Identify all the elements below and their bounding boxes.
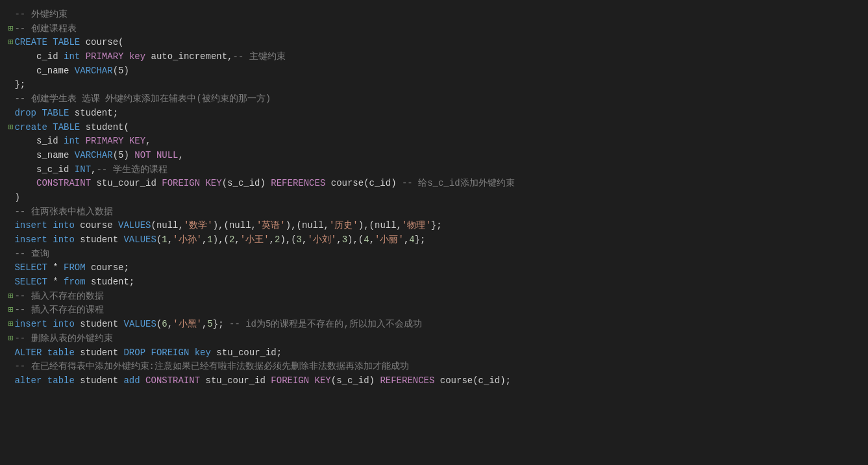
code-line: ⊞-- 插入不存在的课程 [8,303,860,318]
code-token: -- 创建学生表 选课 外键约束添加在辅表中(被约束的那一方) [14,92,271,107]
code-token [123,134,129,149]
fold-indicator[interactable]: ⊞ [8,22,13,36]
code-line: c_id int PRIMARY key auto_increment,-- 主… [8,50,860,64]
code-token: , [167,233,173,247]
code-token: table [47,346,75,360]
code-token: ( [156,318,162,332]
code-token: , [178,149,183,163]
code-token: }; [431,219,442,233]
code-token: student( [80,121,129,135]
code-token: VALUES [123,233,156,247]
code-line: s_id int PRIMARY KEY, [8,134,860,149]
fold-indicator [8,346,13,360]
code-token: alter [14,374,42,388]
code-token [47,318,53,332]
code-editor: -- 外键约束⊞-- 创建课程表⊞CREATE TABLE course( c_… [0,5,868,391]
code-line: ⊞-- 创建课程表 [8,22,860,36]
fold-indicator [8,261,13,275]
code-token: TABLE [53,36,80,50]
fold-indicator [8,205,13,220]
fold-indicator [8,134,13,149]
code-token: -- 删除从表的外键约束 [14,332,112,346]
code-token [42,374,47,388]
code-token: create [14,121,47,135]
code-token: (s_c_id) [222,177,271,191]
code-token: 4 [409,233,414,247]
code-token: student; [86,275,135,290]
code-token: , [145,134,151,149]
code-token: add [123,374,140,388]
code-token: s_id [14,134,64,149]
fold-indicator [8,247,13,262]
code-line: CONSTRAINT stu_cour_id FOREIGN KEY(s_c_i… [8,177,860,191]
fold-indicator [8,191,13,205]
code-token: (s_c_id) [331,374,380,388]
code-line: SELECT * from student; [8,275,860,290]
code-line: SELECT * FROM course; [8,261,860,275]
code-token: student [75,318,124,332]
fold-indicator [8,163,13,177]
fold-indicator [8,107,13,121]
code-token: , [91,163,96,177]
fold-indicator[interactable]: ⊞ [8,290,13,304]
code-token: '小黑' [173,318,202,332]
code-token: (5) [113,149,135,163]
code-line: ⊞CREATE TABLE course( [8,36,860,50]
fold-indicator [8,50,13,64]
code-token: -- 外键约束 [14,8,67,22]
code-token: course(c_id) [325,177,402,191]
code-token: insert [14,219,47,233]
code-token: SELECT [14,275,47,290]
code-token: course [75,219,118,233]
code-line: insert into student VALUES(1,'小孙',1),(2,… [8,233,860,247]
code-token: INT [75,163,91,177]
code-line: -- 往两张表中植入数据 [8,205,860,220]
code-token: -- 主键约束 [233,50,286,64]
code-token: VALUES [118,219,151,233]
fold-indicator[interactable]: ⊞ [8,303,13,318]
code-token: KEY [205,177,221,191]
code-token [80,50,85,64]
code-token [189,346,194,360]
code-line: s_name VARCHAR(5) NOT NULL, [8,149,860,163]
code-token: -- 给s_c_id添加外键约束 [402,177,515,191]
code-token: 2 [275,233,280,247]
code-token [200,177,205,191]
fold-indicator[interactable]: ⊞ [8,121,13,135]
code-token [309,374,314,388]
code-token [123,50,129,64]
code-line: -- 创建学生表 选课 外键约束添加在辅表中(被约束的那一方) [8,92,860,107]
code-token: (null, [151,219,183,233]
code-token: table [47,374,75,388]
code-token: stu_cour_id [91,177,162,191]
code-line: c_name VARCHAR(5) [8,64,860,79]
code-token: NULL [156,149,179,163]
code-token: CONSTRAINT [145,374,200,388]
code-token: ),( [280,233,296,247]
code-token: course; [86,261,129,275]
fold-indicator [8,149,13,163]
fold-indicator [8,233,13,247]
code-token: insert [14,233,47,247]
code-token: -- id为5的课程是不存在的,所以加入不会成功 [224,318,422,332]
fold-indicator[interactable]: ⊞ [8,332,13,346]
fold-indicator[interactable]: ⊞ [8,318,13,332]
code-token: ) [14,191,19,205]
code-token [47,121,53,135]
code-token: ),(null, [286,219,329,233]
code-line: }; [8,78,860,92]
code-line: ⊞create TABLE student( [8,121,860,135]
code-token: , [369,233,375,247]
code-token: 6 [162,318,167,332]
code-token: key [129,50,145,64]
code-token: , [202,233,207,247]
code-token: VALUES [124,318,156,332]
code-token [14,177,36,191]
fold-indicator[interactable]: ⊞ [8,36,13,50]
code-token: SELECT [14,261,47,275]
code-token: s_c_id [14,163,74,177]
code-token: KEY [315,374,331,388]
code-token: * [47,261,64,275]
code-token: KEY [129,134,145,149]
code-line: alter table student add CONSTRAINT stu_c… [8,374,860,388]
